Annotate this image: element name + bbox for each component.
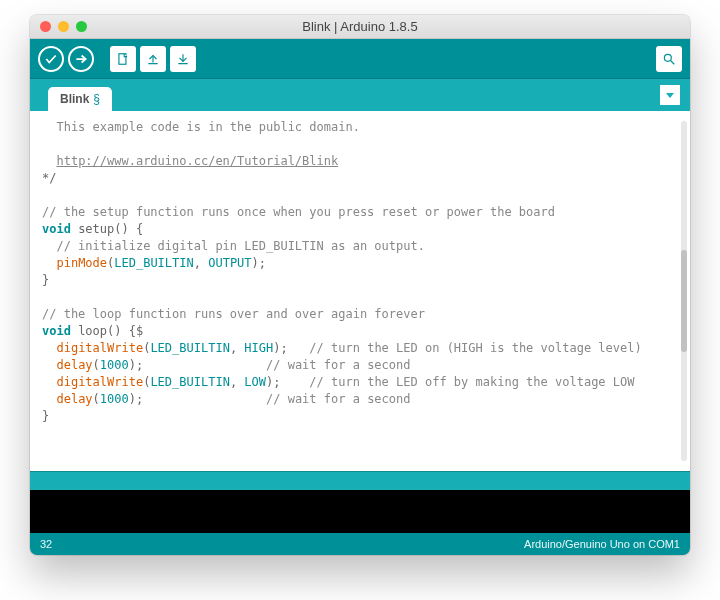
svg-line-5: [671, 60, 675, 64]
tab-strip: Blink §: [30, 79, 690, 111]
tab-modified-mark: §: [93, 92, 100, 106]
save-sketch-button[interactable]: [170, 46, 196, 72]
board-port-label: Arduino/Genuino Uno on COM1: [524, 538, 680, 550]
line-number: 32: [40, 538, 52, 550]
code-editor[interactable]: This example code is in the public domai…: [30, 111, 690, 471]
verify-button[interactable]: [38, 46, 64, 72]
titlebar: Blink | Arduino 1.8.5: [30, 15, 690, 39]
code-keyword: void: [42, 222, 71, 236]
tab-blink[interactable]: Blink §: [48, 87, 112, 111]
upload-button[interactable]: [68, 46, 94, 72]
tab-label: Blink: [60, 92, 89, 106]
code-fn: pinMode: [56, 256, 107, 270]
open-sketch-button[interactable]: [140, 46, 166, 72]
code-comment: This example code is in the public domai…: [42, 120, 360, 134]
scroll-thumb[interactable]: [681, 250, 687, 352]
scrollbar[interactable]: [681, 121, 687, 461]
new-sketch-button[interactable]: [110, 46, 136, 72]
tab-menu-button[interactable]: [660, 85, 680, 105]
svg-marker-6: [666, 93, 674, 98]
status-bar: 32 Arduino/Genuino Uno on COM1: [30, 533, 690, 555]
console-output: [30, 490, 690, 534]
window-title: Blink | Arduino 1.8.5: [30, 19, 690, 34]
arduino-window: Blink | Arduino 1.8.5 Blink §: [30, 15, 690, 555]
serial-monitor-button[interactable]: [656, 46, 682, 72]
svg-point-4: [664, 54, 671, 61]
code-link: http://www.arduino.cc/en/Tutorial/Blink: [56, 154, 338, 168]
code-comment: // the loop function runs over and over …: [42, 307, 425, 321]
toolbar: [30, 39, 690, 79]
code-text: */: [42, 171, 56, 185]
code-keyword: void: [42, 324, 71, 338]
code-comment: // initialize digital pin LED_BUILTIN as…: [42, 239, 425, 253]
code-comment: // the setup function runs once when you…: [42, 205, 555, 219]
message-area: [30, 471, 690, 533]
